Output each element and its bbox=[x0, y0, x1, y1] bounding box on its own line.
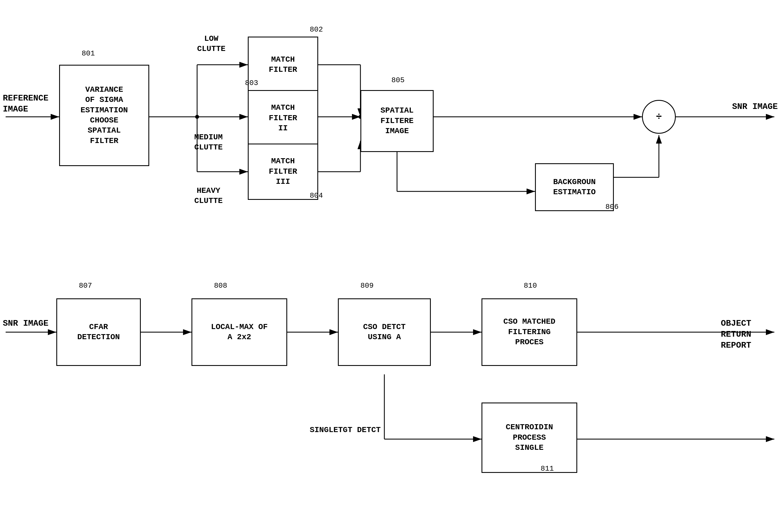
svg-point-28 bbox=[195, 115, 199, 119]
box-809: CSO DETCTUSING A bbox=[338, 298, 431, 366]
singletgt-label: SINGLETGT DETCT bbox=[310, 425, 381, 435]
snr-image-bottom-label: SNR IMAGE bbox=[3, 318, 49, 329]
box-810: CSO MATCHEDFILTERINGPROCES bbox=[481, 298, 577, 366]
ref-804: 804 bbox=[310, 191, 323, 200]
ref-806: 806 bbox=[605, 203, 619, 211]
ref-807: 807 bbox=[79, 281, 92, 290]
box-803: MATCHFILTERII bbox=[248, 90, 318, 146]
box-802: MATCHFILTER bbox=[248, 36, 318, 93]
medium-clutter-label: MEDIUMCLUTTE bbox=[194, 132, 223, 153]
box-805: SPATIALFILTEREIMAGE bbox=[361, 90, 434, 152]
snr-image-top-label: SNR IMAGE bbox=[732, 101, 778, 112]
box-807: CFARDETECTION bbox=[56, 298, 141, 366]
box-801: VARIANCEOF SIGMAESTIMATIONCHOOSESPATIALF… bbox=[59, 65, 149, 166]
ref-811: 811 bbox=[541, 464, 554, 473]
ref-809: 809 bbox=[361, 281, 374, 290]
box-804: MATCHFILTERIII bbox=[248, 144, 318, 200]
ref-805: 805 bbox=[391, 76, 405, 84]
divide-circle: ÷ bbox=[642, 100, 676, 134]
ref-808: 808 bbox=[214, 281, 227, 290]
heavy-clutter-label: HEAVYCLUTTE bbox=[194, 186, 223, 206]
box-808: LOCAL-MAX OFA 2x2 bbox=[191, 298, 287, 366]
reference-image-label: REFERENCEIMAGE bbox=[3, 93, 49, 115]
ref-810: 810 bbox=[524, 281, 537, 290]
ref-803: 803 bbox=[245, 79, 258, 87]
box-806: BACKGROUNESTIMATIO bbox=[535, 163, 614, 211]
low-clutter-label: LOWCLUTTE bbox=[197, 34, 226, 54]
ref-802: 802 bbox=[310, 25, 323, 34]
ref-801: 801 bbox=[82, 49, 95, 58]
box-811: CENTROIDINPROCESSSINGLE bbox=[481, 403, 577, 473]
object-return-label: OBJECT RETURNREPORT bbox=[721, 318, 778, 351]
